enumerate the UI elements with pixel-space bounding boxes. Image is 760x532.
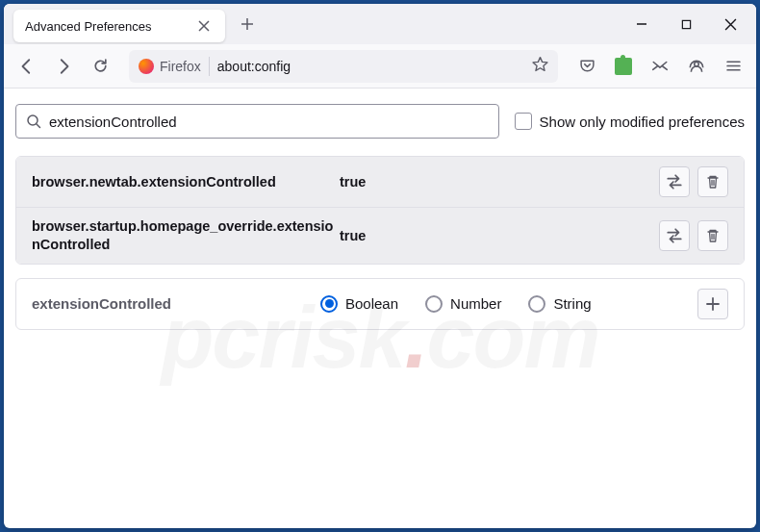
- radio-number[interactable]: Number: [425, 295, 501, 313]
- show-modified-label: Show only modified preferences: [540, 114, 745, 130]
- toggle-icon: [666, 173, 683, 190]
- trash-icon: [705, 228, 721, 243]
- add-button[interactable]: [697, 289, 728, 319]
- svg-rect-0: [682, 20, 690, 28]
- url-bar[interactable]: Firefox about:config: [129, 50, 558, 83]
- new-pref-name: extensionControlled: [32, 295, 320, 312]
- search-input[interactable]: [49, 114, 489, 130]
- toggle-button[interactable]: [659, 220, 690, 251]
- trash-icon: [705, 174, 721, 190]
- forward-button[interactable]: [48, 51, 79, 82]
- minimize-button[interactable]: [620, 4, 664, 44]
- pref-row[interactable]: browser.newtab.extensionControlled true: [16, 157, 744, 208]
- browser-window: Advanced Preferences: [4, 4, 756, 528]
- tab-title: Advanced Preferences: [25, 19, 194, 34]
- pocket-button[interactable]: [571, 51, 602, 82]
- toggle-icon: [666, 227, 683, 244]
- url-text: about:config: [217, 59, 524, 74]
- type-radio-group: Boolean Number String: [320, 295, 697, 313]
- window-controls: [620, 4, 752, 44]
- identity-box[interactable]: Firefox: [139, 59, 201, 74]
- radio-label: Boolean: [345, 295, 398, 312]
- browser-tab[interactable]: Advanced Preferences: [13, 10, 225, 42]
- radio-label: Number: [450, 295, 501, 312]
- new-tab-button[interactable]: [233, 10, 262, 38]
- identity-label: Firefox: [160, 59, 201, 74]
- pref-row[interactable]: browser.startup.homepage_override.extens…: [16, 208, 744, 264]
- titlebar: Advanced Preferences: [4, 4, 756, 44]
- inbox-button[interactable]: [645, 51, 675, 82]
- separator: [209, 57, 210, 76]
- checkbox-icon: [515, 113, 532, 130]
- plus-icon: [705, 296, 721, 312]
- search-row: Show only modified preferences: [15, 104, 745, 139]
- pref-value: true: [340, 228, 659, 243]
- account-button[interactable]: [681, 51, 712, 82]
- close-tab-icon[interactable]: [194, 16, 214, 36]
- pref-actions: [659, 220, 728, 251]
- pref-name: browser.newtab.extensionControlled: [32, 173, 340, 191]
- close-window-button[interactable]: [708, 4, 752, 44]
- pref-search-box[interactable]: [15, 104, 499, 139]
- radio-label: String: [553, 295, 591, 312]
- radio-icon: [320, 295, 338, 313]
- bookmark-star-icon[interactable]: [532, 56, 548, 76]
- extension-button[interactable]: [608, 51, 639, 82]
- pref-actions: [659, 166, 728, 197]
- radio-boolean[interactable]: Boolean: [320, 295, 398, 313]
- radio-icon: [528, 295, 545, 313]
- maximize-button[interactable]: [664, 4, 708, 44]
- firefox-logo-icon: [139, 59, 154, 74]
- pref-name: browser.startup.homepage_override.extens…: [32, 217, 340, 254]
- svg-point-1: [695, 62, 699, 66]
- radio-string[interactable]: String: [528, 295, 591, 313]
- extension-icon: [615, 58, 632, 75]
- search-icon: [26, 114, 41, 129]
- show-modified-checkbox[interactable]: Show only modified preferences: [515, 113, 745, 130]
- pref-value: true: [340, 174, 659, 190]
- delete-button[interactable]: [697, 220, 728, 251]
- about-config-content: Show only modified preferences browser.n…: [4, 89, 756, 528]
- delete-button[interactable]: [697, 166, 728, 197]
- radio-icon: [425, 295, 443, 313]
- back-button[interactable]: [12, 51, 42, 82]
- reload-button[interactable]: [85, 51, 115, 82]
- preferences-list: browser.newtab.extensionControlled true …: [15, 156, 745, 265]
- add-preference-row: extensionControlled Boolean Number Strin…: [15, 278, 745, 330]
- app-menu-button[interactable]: [718, 51, 748, 82]
- navigation-toolbar: Firefox about:config: [4, 44, 756, 89]
- toggle-button[interactable]: [659, 166, 690, 197]
